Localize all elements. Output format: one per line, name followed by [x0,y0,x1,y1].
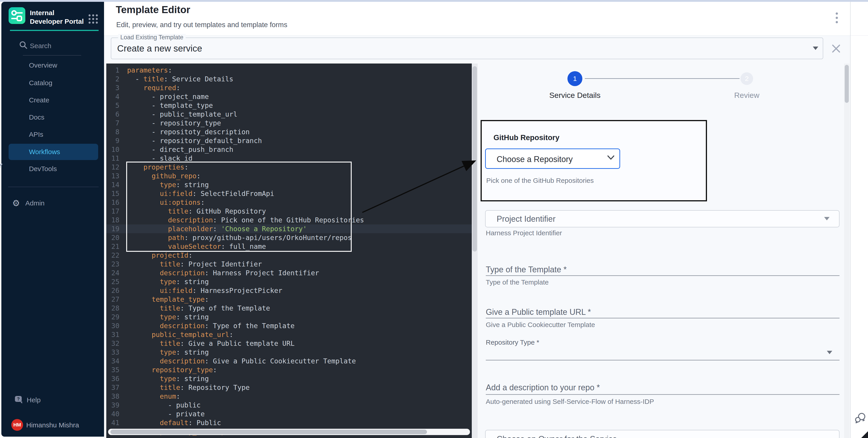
template-type-input[interactable] [486,275,839,276]
code-line-6[interactable]: 6 - public_template_url [106,110,472,119]
stepper-step-2[interactable]: 2 [740,72,753,85]
code-line-7[interactable]: 7 - repository_type [106,119,472,128]
wrench-icon [0,162,4,176]
code-line-41[interactable]: 41 default: Public [106,418,472,427]
sidebar-item-docs[interactable]: Docs [9,110,98,124]
sidebar-section-divider [8,187,99,187]
help-chat-icon: ? [14,395,24,410]
load-template-dropdown-icon[interactable] [813,46,818,50]
app-logo-icon[interactable] [9,7,25,24]
repository-type-dropdown-icon[interactable] [827,351,832,354]
code-line-32[interactable]: 32 title: Give a Public template URL [106,339,472,348]
code-annotation-box [126,162,352,252]
code-line-29[interactable]: 29 type: string [106,312,472,322]
sidebar-accent-divider [10,30,99,31]
public-url-helper: Give a Public Cookiecutter Template [486,321,595,329]
sidebar-item-help[interactable]: ? Help [9,393,98,407]
user-avatar[interactable]: HM [11,419,23,431]
code-line-30[interactable]: 30 description: Type of the Template [106,322,472,330]
code-line-4[interactable]: 4 - project_name [106,92,472,101]
code-line-24[interactable]: 24 description: Harness Project Identifi… [106,269,472,277]
sidebar-item-overview[interactable]: Overview [9,59,98,72]
editor-vertical-scrollbar[interactable] [472,64,478,438]
code-line-37[interactable]: 37 title: Repository Type [106,383,472,392]
load-template-select[interactable] [111,37,823,59]
public-url-input[interactable] [486,318,839,318]
stepper-step-1[interactable]: 1 [567,71,582,86]
chevron-down-icon[interactable] [607,155,615,161]
stepper-label-service-details: Service Details [530,91,620,100]
repository-type-select[interactable] [486,360,839,361]
code-line-22[interactable]: 22 projectId: [106,251,472,260]
svg-text:?: ? [17,396,20,401]
panel-vertical-scrollbar[interactable] [844,64,849,438]
github-repository-label: GitHub Repository [494,133,560,142]
code-line-40[interactable]: 40 - private [106,409,472,418]
stepper-connector [585,78,740,79]
github-repository-select-value: Choose a Repository [497,155,572,164]
project-identifier-helper: Harness Project Identifier [486,229,562,237]
owner-select-label: Choose an Owner for the Service [497,434,617,438]
repository-type-label: Repository Type * [486,339,539,346]
user-name[interactable]: Himanshu Mishra [26,421,79,429]
code-line-35[interactable]: 35 repository_type: [106,366,472,374]
code-line-28[interactable]: 28 title: Type of the Template [106,304,472,312]
editor-horizontal-scrollbar[interactable] [108,429,470,435]
code-line-9[interactable]: 9 - repository_default_branch [106,136,472,145]
clear-template-icon[interactable] [831,44,841,54]
app-grid-icon[interactable] [87,12,100,27]
corner-widget[interactable] [861,431,868,438]
code-line-39[interactable]: 39 - public [106,401,472,409]
code-line-5[interactable]: 5 - template_type [106,101,472,110]
code-line-23[interactable]: 23 title: Project Identifier [106,260,472,269]
repo-description-label: Add a description to your repo * [486,383,600,392]
load-template-value: Create a new service [117,43,202,54]
code-line-1[interactable]: 1parameters: [106,66,472,75]
load-template-label: Load Existing Template [118,34,186,41]
search-icon[interactable] [19,41,28,50]
brand-title: Internal Developer Portal [30,9,86,26]
search-underline [23,55,81,56]
code-line-3[interactable]: 3 required: [106,83,472,92]
template-type-label: Type of the Template * [486,265,567,274]
sidebar-item-apis[interactable]: APIs [9,128,98,141]
stepper-label-review: Review [713,91,781,100]
repo-description-helper: Auto-generated using Self-Service-Flow o… [486,398,654,405]
code-line-33[interactable]: 33 type: string [106,348,472,357]
sidebar: Internal Developer Portal Search Overvie… [1,2,104,437]
support-chat-icon[interactable] [855,412,866,425]
sidebar-item-label: Help [27,393,41,407]
project-identifier-value: Project Identifier [497,214,555,224]
template-editor-page: Internal Developer Portal Search Overvie… [0,0,868,438]
page-header [104,2,868,36]
github-repository-helper: Pick one of the GitHub Repositories [486,177,594,184]
code-line-26[interactable]: 26 ui:field: HarnessProjectPicker [106,286,472,295]
repo-description-input[interactable] [486,394,839,395]
code-line-25[interactable]: 25 type: string [106,277,472,286]
page-subtitle: Edit, preview, and try out templates and… [116,21,287,29]
form-preview-panel [478,64,844,438]
code-line-36[interactable]: 36 type: string [106,374,472,383]
sidebar-item-admin[interactable]: ⚙ Admin [9,196,98,210]
code-line-27[interactable]: 27 template_type: [106,295,472,304]
sidebar-item-devtools[interactable]: DevTools [9,162,98,176]
kebab-menu-icon[interactable] [834,10,839,27]
panel-right-border [850,2,850,438]
sidebar-item-create[interactable]: Create [9,93,98,107]
project-identifier-dropdown-icon[interactable] [824,217,830,221]
search-input[interactable]: Search [30,42,51,50]
gear-icon: ⚙ [12,199,20,208]
logo-glyph-icon [9,7,25,24]
window-top-strip [0,0,868,2]
code-line-10[interactable]: 10 - direct_push_branch [106,145,472,154]
code-line-34[interactable]: 34 description: Give a Public Cookiecutt… [106,357,472,366]
sidebar-item-workflows[interactable]: Workflows [9,144,98,160]
public-url-label: Give a Public template URL * [486,307,591,317]
template-type-helper: Type of the Template [486,278,549,286]
code-line-2[interactable]: 2 - title: Service Details [106,75,472,83]
code-line-38[interactable]: 38 enum: [106,392,472,401]
sidebar-item-catalog[interactable]: Catalog [9,76,98,90]
code-line-8[interactable]: 8 - repositoty_description [106,128,472,136]
page-title: Template Editor [116,4,190,15]
code-line-31[interactable]: 31 public_template_url: [106,330,472,339]
